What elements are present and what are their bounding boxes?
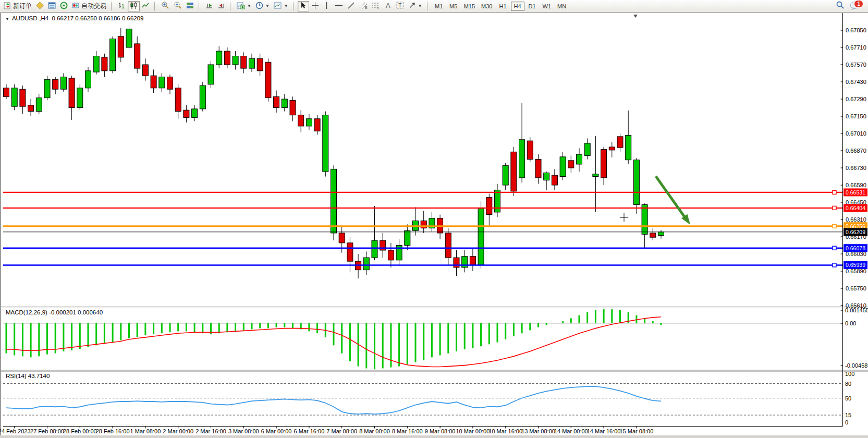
timeframe-button-m5[interactable]: M5: [447, 2, 460, 11]
new-order-button[interactable]: 新订单: [2, 1, 34, 11]
chart-shift-marker[interactable]: [633, 15, 638, 18]
price-axis-label: 0.67150: [846, 113, 866, 119]
trendline-tool-button[interactable]: [345, 1, 357, 11]
candle-body: [274, 96, 279, 107]
channel-tool-button[interactable]: E: [357, 1, 370, 11]
timeframe-button-m30[interactable]: M30: [479, 2, 495, 11]
template-icon: [274, 2, 282, 11]
text-tool-button[interactable]: A: [383, 1, 394, 11]
scroll-group: [203, 1, 227, 11]
candle-body: [519, 140, 525, 178]
tile-windows-button[interactable]: [184, 1, 196, 11]
macd-axis-label: -0.004585: [845, 362, 868, 369]
signals-button[interactable]: [58, 1, 70, 11]
candle-body: [110, 39, 116, 71]
zoom-out-button[interactable]: [172, 1, 184, 11]
candle-body: [224, 51, 230, 65]
horizontal-line-tool-button[interactable]: [333, 1, 345, 11]
line-chart-button[interactable]: [140, 1, 152, 11]
arrows-tool-button[interactable]: ▼: [406, 1, 424, 11]
chart-shift-button[interactable]: [215, 1, 227, 11]
toolbar-separator: [111, 2, 114, 11]
horizontal-line-icon: [335, 3, 343, 10]
chart-plot-area[interactable]: 0.678500.677100.675700.674300.672900.671…: [0, 13, 868, 438]
svg-text:A: A: [386, 2, 390, 9]
chat-icon[interactable]: 1: [850, 1, 861, 11]
candle-body: [560, 157, 566, 177]
price-axis-label: 0.67710: [846, 44, 866, 51]
candle-body: [658, 232, 664, 236]
zoom-in-button[interactable]: [159, 1, 172, 11]
crosshair-tool-button[interactable]: [309, 1, 321, 11]
timeframe-button-d1[interactable]: D1: [525, 2, 539, 11]
toolbar-separator: [199, 2, 201, 11]
crosshair-icon: [311, 2, 319, 11]
indicators-button[interactable]: ▼: [235, 1, 253, 11]
candle-body: [617, 137, 623, 148]
svg-text:T: T: [398, 2, 402, 8]
time-axis-label: 28 Feb 16:00: [96, 428, 130, 434]
clock-icon: [255, 2, 263, 11]
rsi-axis-label: 15: [845, 412, 851, 418]
level-handle[interactable]: [833, 263, 836, 267]
market-watch-button[interactable]: [46, 1, 58, 11]
label-tool-button[interactable]: T: [394, 1, 406, 11]
level-handle[interactable]: [833, 224, 836, 228]
candle-body: [454, 258, 459, 267]
candle-body: [208, 65, 214, 84]
candle-body: [192, 109, 198, 118]
timeframe-button-h1[interactable]: H1: [496, 2, 510, 11]
price-axis-label: 0.65750: [846, 285, 866, 291]
timeframe-button-m15[interactable]: M15: [461, 2, 478, 11]
chart-shift-icon: [217, 2, 225, 11]
tick-chart-button[interactable]: [34, 1, 46, 11]
timeframe-button-w1[interactable]: W1: [540, 2, 554, 11]
time-axis-label: 10 Mar 16:00: [488, 428, 522, 434]
candlestick-chart-button[interactable]: [128, 1, 140, 11]
auto-scroll-button[interactable]: [203, 1, 215, 11]
bar-chart-button[interactable]: [116, 1, 128, 11]
candle-body: [372, 240, 377, 258]
vertical-line-tool-button[interactable]: [321, 1, 333, 11]
new-order-icon: [4, 2, 11, 11]
templates-button[interactable]: ▼: [272, 1, 290, 11]
time-axis-label: 27 Feb 08:00: [30, 428, 64, 434]
time-axis-label: 7 Mar 08:00: [326, 428, 357, 434]
autotrading-button[interactable]: 自动交易: [70, 1, 108, 11]
level-handle[interactable]: [833, 246, 836, 250]
level-handle[interactable]: [833, 190, 836, 194]
zoom-group: [159, 1, 196, 11]
candle-body: [478, 209, 484, 265]
bar-chart-icon: [118, 2, 126, 11]
candle-body: [650, 233, 656, 237]
level-handle[interactable]: [833, 206, 836, 210]
tile-windows-icon: [186, 2, 194, 11]
svg-text:E: E: [365, 6, 368, 9]
toolbar: 新订单 自动交易 ▼ ▼ ▼: [0, 0, 868, 13]
new-order-label: 新订单: [13, 2, 32, 10]
timeframe-button-h4[interactable]: H4: [511, 2, 524, 11]
candle-body: [314, 119, 320, 131]
rsi-axis-label: 100: [845, 371, 854, 377]
zoom-in-icon: [161, 1, 169, 11]
candle-body: [85, 71, 91, 88]
level-price-badge-text: 0.66404: [846, 205, 865, 211]
drawn-arrow-object[interactable]: [656, 176, 686, 219]
price-axis-label: 0.67570: [846, 62, 866, 68]
timeframe-button-mn[interactable]: MN: [555, 2, 569, 11]
candle-body: [290, 100, 296, 115]
timeframe-button-m1[interactable]: M1: [432, 2, 446, 11]
candle-body: [347, 243, 353, 261]
price-axis-label: 0.66730: [846, 165, 866, 171]
candle-body: [265, 62, 271, 98]
cursor-tool-button[interactable]: [298, 1, 309, 11]
time-axis-label: 14 Mar 00:00: [554, 428, 588, 434]
fibonacci-tool-button[interactable]: F: [370, 1, 383, 11]
search-icon[interactable]: [836, 1, 845, 11]
candle-body: [642, 204, 647, 234]
candle-body: [609, 147, 615, 150]
periods-button[interactable]: ▼: [253, 1, 272, 11]
toolbar-separator: [154, 2, 157, 11]
candle-body: [486, 198, 492, 215]
candle-body: [151, 76, 156, 88]
